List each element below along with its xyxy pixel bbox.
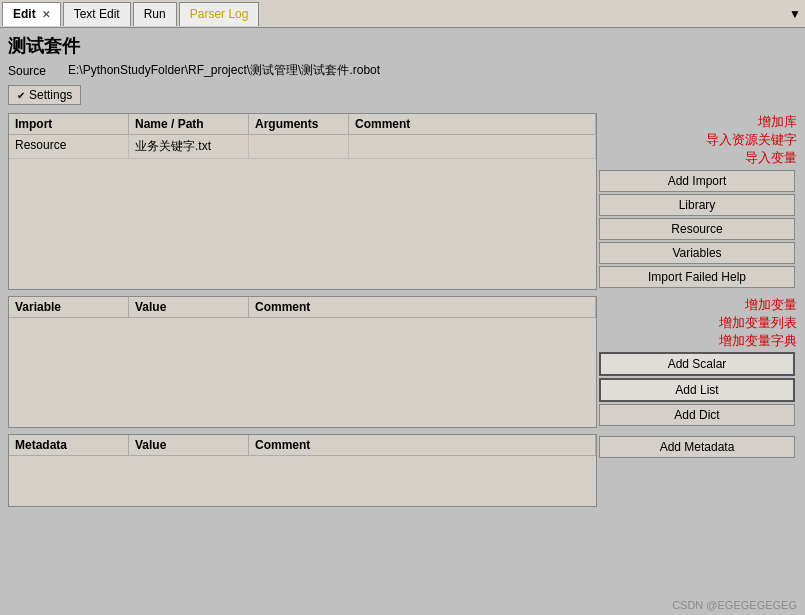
add-list-button[interactable]: Add List [599, 378, 795, 402]
import-empty-area [9, 159, 596, 199]
source-label: Source [8, 64, 68, 78]
tab-parser-log-label: Parser Log [190, 7, 249, 21]
variable-empty-area [9, 318, 596, 398]
settings-button[interactable]: ✔ Settings [8, 85, 81, 105]
metadata-empty-area [9, 456, 596, 506]
metadata-col-metadata: Metadata [9, 435, 129, 456]
resource-button[interactable]: Resource [599, 218, 795, 240]
variable-table: Variable Value Comment [8, 296, 597, 429]
metadata-col-value: Value [129, 435, 249, 456]
variables-button[interactable]: Variables [599, 242, 795, 264]
source-row: Source E:\PythonStudyFolder\RF_project\测… [8, 62, 797, 79]
import-col-import: Import [9, 114, 129, 135]
metadata-right-panel: Add Metadata [597, 434, 797, 507]
metadata-col-comment: Comment [249, 435, 596, 456]
metadata-section: Metadata Value Comment Add Metadata [8, 434, 797, 507]
tab-bar: Edit ✕ Text Edit Run Parser Log ▼ [0, 0, 805, 28]
import-col-arguments: Arguments [249, 114, 349, 135]
page-title: 测试套件 [8, 34, 797, 58]
variable-col-variable: Variable [9, 297, 129, 318]
tab-bar-right: ▼ [789, 7, 805, 21]
import-col-comment: Comment [349, 114, 596, 135]
import-col-namepath: Name / Path [129, 114, 249, 135]
add-metadata-button[interactable]: Add Metadata [599, 436, 795, 458]
import-buttons: Add Import Library Resource Variables Im… [597, 168, 797, 290]
library-button[interactable]: Library [599, 194, 795, 216]
metadata-column-headers: Metadata Value Comment [9, 435, 596, 456]
import-right-panel: 增加库 导入资源关键字 导入变量 Add Import Library Reso… [597, 113, 797, 290]
import-row-1[interactable]: Resource 业务关键字.txt [9, 135, 596, 159]
import-cell-type: Resource [9, 135, 129, 158]
import-column-headers: Import Name / Path Arguments Comment [9, 114, 596, 135]
import-cell-arguments [249, 135, 349, 158]
tab-run-label: Run [144, 7, 166, 21]
import-table: Import Name / Path Arguments Comment Res… [8, 113, 597, 290]
add-dict-button[interactable]: Add Dict [599, 404, 795, 426]
watermark: CSDN @EGEGEGEGEG [672, 599, 797, 611]
import-cell-comment [349, 135, 596, 158]
add-scalar-button[interactable]: Add Scalar [599, 352, 795, 376]
source-path: E:\PythonStudyFolder\RF_project\测试管理\测试套… [68, 62, 380, 79]
variable-buttons: Add Scalar Add List Add Dict [597, 350, 797, 428]
tab-text-edit[interactable]: Text Edit [63, 2, 131, 26]
tab-text-edit-label: Text Edit [74, 7, 120, 21]
metadata-table: Metadata Value Comment [8, 434, 597, 507]
tab-run[interactable]: Run [133, 2, 177, 26]
settings-label: Settings [29, 88, 72, 102]
variable-right-panel: 增加变量 增加变量列表 增加变量字典 Add Scalar Add List A… [597, 296, 797, 429]
import-failed-help-button[interactable]: Import Failed Help [599, 266, 795, 288]
import-annotation: 增加库 导入资源关键字 导入变量 [597, 113, 797, 168]
variable-section: Variable Value Comment 增加变量 增加变量列表 增加变量字… [8, 296, 797, 429]
dropdown-arrow-icon: ▼ [789, 7, 801, 21]
tab-edit-label: Edit [13, 7, 36, 21]
variable-col-comment: Comment [249, 297, 596, 318]
variable-column-headers: Variable Value Comment [9, 297, 596, 318]
add-import-button[interactable]: Add Import [599, 170, 795, 192]
tab-edit-close[interactable]: ✕ [42, 9, 50, 20]
import-cell-name: 业务关键字.txt [129, 135, 249, 158]
tab-parser-log[interactable]: Parser Log [179, 2, 260, 26]
variable-annotation: 增加变量 增加变量列表 增加变量字典 [597, 296, 797, 351]
variable-col-value: Value [129, 297, 249, 318]
main-content: 测试套件 Source E:\PythonStudyFolder\RF_proj… [0, 28, 805, 615]
import-section: Import Name / Path Arguments Comment Res… [8, 113, 797, 290]
settings-arrow-icon: ✔ [17, 90, 25, 101]
tab-edit[interactable]: Edit ✕ [2, 2, 61, 26]
